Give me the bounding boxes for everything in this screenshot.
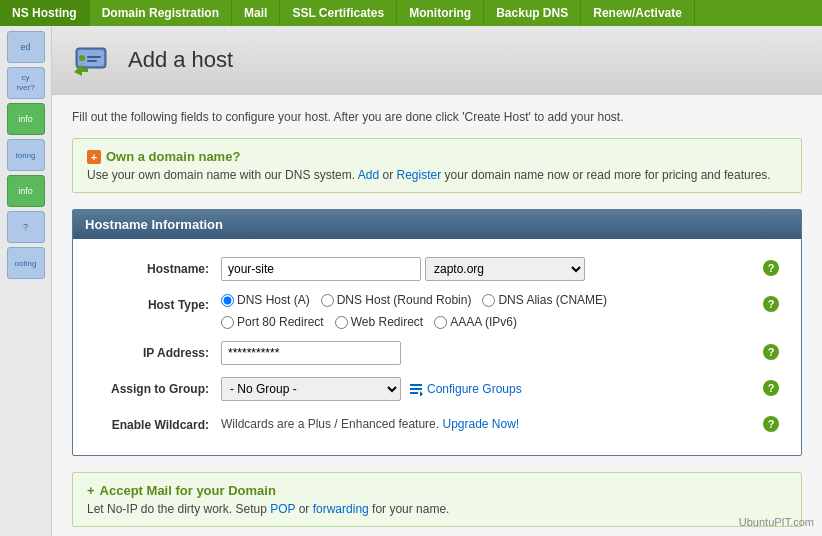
accept-mail-title: + Accept Mail for your Domain xyxy=(87,483,787,498)
host-type-dns-cname[interactable]: DNS Alias (CNAME) xyxy=(482,293,607,307)
register-domain-link[interactable]: Register xyxy=(397,168,442,182)
sidebar: ed cyrver? info toring info ? ooting xyxy=(0,26,52,536)
forwarding-link[interactable]: forwarding xyxy=(313,502,369,516)
sidebar-item-6[interactable]: ooting xyxy=(7,247,45,279)
hostname-help-icon[interactable]: ? xyxy=(763,260,779,276)
accept-mail-plus-icon: + xyxy=(87,483,95,498)
host-type-dns-a[interactable]: DNS Host (A) xyxy=(221,293,310,307)
nav-ssl-certificates[interactable]: SSL Certificates xyxy=(280,0,397,26)
domain-info-box: + Own a domain name? Use your own domain… xyxy=(72,138,802,193)
page-header: Add a host xyxy=(52,26,822,95)
form-section-header: Hostname Information xyxy=(73,210,801,239)
add-domain-link[interactable]: Add xyxy=(358,168,379,182)
assign-group-row: Assign to Group: - No Group - xyxy=(83,371,791,407)
host-type-label: Host Type: xyxy=(91,293,221,312)
host-type-row: Host Type: DNS Host (A) DNS H xyxy=(83,287,791,335)
accept-mail-text: Let No-IP do the dirty work. Setup POP o… xyxy=(87,502,787,516)
sidebar-item-2[interactable]: info xyxy=(7,103,45,135)
accept-mail-box: + Accept Mail for your Domain Let No-IP … xyxy=(72,472,802,527)
assign-group-field: - No Group - Configure Gro xyxy=(221,377,759,401)
domain-info-title: + Own a domain name? xyxy=(87,149,787,164)
upgrade-link[interactable]: Upgrade Now! xyxy=(442,417,519,431)
svg-point-2 xyxy=(79,55,85,61)
form-section-body: Hostname: zapto.org no-ip.org ddns.net xyxy=(73,239,801,455)
nav-backup-dns[interactable]: Backup DNS xyxy=(484,0,581,26)
hostname-label: Hostname: xyxy=(91,257,221,276)
nav-dns-hosting[interactable]: NS Hosting xyxy=(0,0,90,26)
svg-rect-8 xyxy=(410,392,418,394)
page-title: Add a host xyxy=(128,47,233,73)
host-type-field: DNS Host (A) DNS Host (Round Robin) DNS … xyxy=(221,293,759,329)
top-navigation: NS Hosting Domain Registration Mail SSL … xyxy=(0,0,822,26)
hostname-field: zapto.org no-ip.org ddns.net xyxy=(221,257,759,281)
nav-mail[interactable]: Mail xyxy=(232,0,280,26)
ip-address-input[interactable] xyxy=(221,341,401,365)
configure-groups-icon xyxy=(409,382,423,396)
hostname-input[interactable] xyxy=(221,257,421,281)
domain-select[interactable]: zapto.org no-ip.org ddns.net xyxy=(425,257,585,281)
nav-monitoring[interactable]: Monitoring xyxy=(397,0,484,26)
svg-rect-7 xyxy=(410,388,422,390)
svg-rect-3 xyxy=(87,56,101,58)
svg-marker-9 xyxy=(420,391,423,396)
hostname-form-section: Hostname Information Hostname: zapto.org… xyxy=(72,209,802,456)
wildcard-row: Enable Wildcard: Wildcards are a Plus / … xyxy=(83,407,791,443)
pop-link[interactable]: POP xyxy=(270,502,295,516)
host-type-radio-group-2: Port 80 Redirect Web Redirect AAAA (IPv6… xyxy=(221,315,759,329)
wildcard-field: Wildcards are a Plus / Enhanced feature.… xyxy=(221,413,759,431)
sidebar-item-4[interactable]: info xyxy=(7,175,45,207)
plus-icon: + xyxy=(87,150,101,164)
domain-info-text: Use your own domain name with our DNS sy… xyxy=(87,168,787,182)
sidebar-item-0[interactable]: ed xyxy=(7,31,45,63)
group-select[interactable]: - No Group - xyxy=(221,377,401,401)
wildcard-label: Enable Wildcard: xyxy=(91,413,221,432)
hostname-row: Hostname: zapto.org no-ip.org ddns.net xyxy=(83,251,791,287)
assign-group-label: Assign to Group: xyxy=(91,377,221,396)
sidebar-item-1[interactable]: cyrver? xyxy=(7,67,45,99)
host-type-radio-group-1: DNS Host (A) DNS Host (Round Robin) DNS … xyxy=(221,293,615,307)
watermark: UbuntuPIT.com xyxy=(739,516,814,528)
ip-address-row: IP Address: ? xyxy=(83,335,791,371)
main-content: Add a host Fill out the following fields… xyxy=(52,26,822,536)
ip-help-icon[interactable]: ? xyxy=(763,344,779,360)
ip-address-label: IP Address: xyxy=(91,341,221,360)
intro-text: Fill out the following fields to configu… xyxy=(72,110,802,124)
sidebar-item-5[interactable]: ? xyxy=(7,211,45,243)
group-select-wrapper: - No Group - Configure Gro xyxy=(221,377,522,401)
content-area: Fill out the following fields to configu… xyxy=(52,95,822,536)
host-type-aaaa[interactable]: AAAA (IPv6) xyxy=(434,315,517,329)
group-help-icon[interactable]: ? xyxy=(763,380,779,396)
nav-domain-registration[interactable]: Domain Registration xyxy=(90,0,232,26)
nav-renew-activate[interactable]: Renew/Activate xyxy=(581,0,695,26)
sidebar-item-3[interactable]: toring xyxy=(7,139,45,171)
wildcard-text: Wildcards are a Plus / Enhanced feature.… xyxy=(221,413,519,431)
svg-rect-4 xyxy=(87,60,97,62)
ip-address-field xyxy=(221,341,759,365)
host-type-web-redirect[interactable]: Web Redirect xyxy=(335,315,423,329)
wildcard-help-icon[interactable]: ? xyxy=(763,416,779,432)
page-layout: ed cyrver? info toring info ? ooting Add… xyxy=(0,26,822,536)
domain-select-wrapper: zapto.org no-ip.org ddns.net xyxy=(425,257,585,281)
add-host-icon xyxy=(72,38,116,82)
host-type-dns-rr[interactable]: DNS Host (Round Robin) xyxy=(321,293,472,307)
host-type-port80[interactable]: Port 80 Redirect xyxy=(221,315,324,329)
configure-groups-link[interactable]: Configure Groups xyxy=(409,382,522,396)
svg-rect-6 xyxy=(410,384,422,386)
host-type-help-icon[interactable]: ? xyxy=(763,296,779,312)
